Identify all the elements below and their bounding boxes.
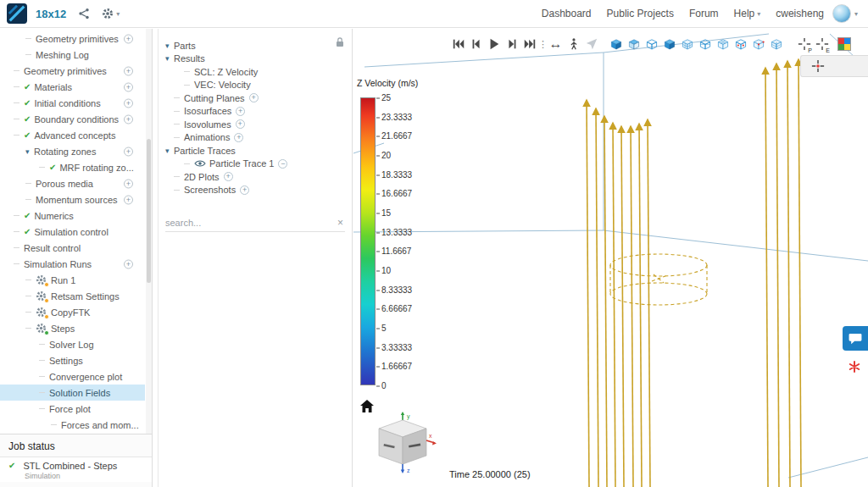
add-icon[interactable]: + bbox=[124, 34, 133, 43]
chevron-down-icon[interactable]: ▾ bbox=[165, 147, 174, 155]
post-tree-item-results[interactable]: ▾ Results bbox=[159, 53, 347, 66]
add-edge-probe-icon[interactable]: E bbox=[813, 36, 831, 53]
sim-tree-item-advanced-concepts[interactable]: ✔ Advanced concepts bbox=[0, 127, 145, 143]
sim-tree-item-solution-fields[interactable]: Solution Fields bbox=[0, 385, 145, 401]
nav-dashboard[interactable]: Dashboard bbox=[542, 8, 592, 19]
add-icon[interactable]: + bbox=[240, 185, 249, 195]
post-tree-item-2d-plots[interactable]: 2D Plots + bbox=[159, 170, 347, 184]
sim-tree-item-copyftk[interactable]: CopyFTK bbox=[0, 304, 145, 320]
sim-tree-item-run-1[interactable]: Run 1 bbox=[0, 272, 145, 288]
sim-tree-item-solver-log[interactable]: Solver Log bbox=[0, 336, 145, 352]
add-icon[interactable]: + bbox=[224, 172, 233, 181]
post-tree-item-animations[interactable]: Animations + bbox=[159, 131, 347, 145]
view-wireframe-cube-icon[interactable] bbox=[643, 36, 660, 53]
username[interactable]: cweisheng bbox=[776, 8, 824, 19]
sim-tree-item-momentum-sources[interactable]: Momentum sources + bbox=[0, 191, 145, 208]
post-tree-item-particle-traces[interactable]: ▾ Particle Traces bbox=[159, 144, 347, 158]
post-tree-item-screenshots[interactable]: Screenshots + bbox=[159, 184, 347, 197]
more-options-icon[interactable]: ⋮ bbox=[538, 39, 547, 50]
view-mesh-cube-icon[interactable] bbox=[678, 36, 696, 53]
add-icon[interactable]: + bbox=[236, 119, 245, 129]
add-icon[interactable]: + bbox=[124, 179, 133, 188]
clear-search-icon[interactable]: × bbox=[336, 217, 345, 229]
next-frame-button[interactable] bbox=[503, 36, 520, 53]
chevron-down-icon[interactable]: ▾ bbox=[165, 42, 174, 50]
chevron-down-icon[interactable]: ▾ bbox=[25, 147, 34, 156]
add-icon[interactable]: + bbox=[236, 107, 245, 116]
share-icon[interactable] bbox=[78, 8, 90, 19]
resize-tool-icon[interactable]: ↔ bbox=[547, 36, 565, 53]
add-icon[interactable]: + bbox=[234, 133, 243, 142]
add-icon[interactable]: + bbox=[124, 259, 133, 268]
post-tree-item-particle-trace-1[interactable]: Particle Trace 1 − bbox=[159, 158, 347, 171]
scrollbar[interactable] bbox=[146, 29, 152, 434]
app-logo-icon[interactable] bbox=[7, 3, 27, 24]
view-points-cube-icon[interactable] bbox=[732, 36, 749, 53]
sim-tree-item-steps[interactable]: Steps bbox=[0, 320, 145, 336]
view-solid-cube-icon[interactable] bbox=[607, 36, 625, 53]
sim-tree-item-meshing-log[interactable]: Meshing Log bbox=[0, 47, 145, 63]
post-tree-item-isovolumes[interactable]: Isovolumes + bbox=[159, 118, 347, 131]
add-icon[interactable]: + bbox=[124, 147, 133, 156]
sim-tree-item-settings[interactable]: Settings bbox=[0, 352, 145, 368]
post-tree-item-cutting-planes[interactable]: Cutting Planes + bbox=[159, 91, 347, 105]
scrollbar-thumb[interactable] bbox=[147, 139, 151, 283]
walkthrough-icon[interactable] bbox=[565, 36, 582, 53]
error-report-button[interactable] bbox=[845, 357, 864, 376]
settings-gear-icon[interactable]: ▾ bbox=[102, 8, 120, 19]
skip-to-start-button[interactable] bbox=[449, 36, 467, 53]
nav-help[interactable]: Help ▾ bbox=[734, 8, 761, 19]
add-icon[interactable]: + bbox=[124, 98, 133, 108]
job-status-card[interactable]: ✔ STL Combined - Steps Simulation bbox=[0, 457, 152, 482]
search-input[interactable] bbox=[165, 218, 336, 228]
3d-viewport[interactable]: ⋮ ↔ bbox=[353, 29, 868, 487]
add-icon[interactable]: + bbox=[124, 82, 133, 91]
orientation-cube[interactable]: y x z bbox=[369, 412, 437, 478]
add-icon[interactable]: + bbox=[124, 195, 133, 204]
post-tree-item-scl-z-velocity[interactable]: SCL: Z Velocity bbox=[159, 65, 347, 79]
add-icon[interactable]: + bbox=[124, 66, 133, 75]
probe-point-tool-icon[interactable] bbox=[809, 58, 826, 75]
flythrough-icon[interactable] bbox=[582, 36, 600, 53]
chat-support-button[interactable] bbox=[843, 326, 868, 351]
sim-tree-item-forces-and-moments[interactable]: Forces and mom... bbox=[0, 417, 145, 433]
home-view-icon[interactable] bbox=[360, 400, 374, 412]
view-lattice-cube-icon[interactable] bbox=[767, 36, 785, 53]
sim-tree-item-force-plot[interactable]: Force plot bbox=[0, 401, 145, 417]
nav-public-projects[interactable]: Public Projects bbox=[607, 8, 674, 19]
skip-to-end-button[interactable] bbox=[520, 36, 538, 53]
view-shaded-cube-icon[interactable] bbox=[660, 36, 678, 53]
view-nodes-cube-icon[interactable] bbox=[749, 36, 767, 53]
sim-tree-item-retsam-settings[interactable]: Retsam Settings bbox=[0, 288, 145, 304]
sim-tree-item-numerics[interactable]: ✔ Numerics bbox=[0, 208, 145, 224]
sim-tree-item-result-control[interactable]: Result control bbox=[0, 240, 145, 256]
post-tree-item-parts[interactable]: ▾ Parts bbox=[159, 39, 347, 53]
visibility-eye-icon[interactable] bbox=[194, 159, 206, 168]
sim-tree-item-simulation-control[interactable]: ✔ Simulation control bbox=[0, 224, 145, 240]
add-icon[interactable]: + bbox=[249, 93, 259, 102]
multi-color-render-icon[interactable] bbox=[837, 37, 851, 51]
sim-tree-item-materials[interactable]: ✔ Materials + bbox=[0, 79, 145, 95]
view-half-cube-icon[interactable] bbox=[625, 36, 643, 53]
nav-forum[interactable]: Forum bbox=[689, 8, 719, 19]
sim-tree-item-porous-media[interactable]: Porous media + bbox=[0, 175, 145, 191]
play-button[interactable] bbox=[485, 36, 503, 53]
sim-tree-item-mrf-rotating-zone[interactable]: ✔ MRF rotating zo... bbox=[0, 159, 145, 175]
add-icon[interactable]: + bbox=[124, 114, 133, 124]
sim-tree-item-geometry-primitives[interactable]: Geometry primitives + bbox=[0, 30, 145, 47]
sim-tree-item-simulation-runs[interactable]: Simulation Runs + bbox=[0, 256, 145, 272]
sim-tree-item-initial-conditions[interactable]: ✔ Initial conditions + bbox=[0, 95, 145, 111]
post-tree-item-vec-velocity[interactable]: VEC: Velocity bbox=[159, 79, 347, 92]
avatar[interactable] bbox=[832, 4, 851, 23]
post-tree-item-isosurfaces[interactable]: Isosurfaces + bbox=[159, 105, 347, 119]
remove-icon[interactable]: − bbox=[278, 159, 287, 169]
previous-frame-button[interactable] bbox=[467, 36, 485, 53]
sim-tree-item-boundary-conditions[interactable]: ✔ Boundary conditions + bbox=[0, 111, 145, 127]
view-grid-cube-icon[interactable] bbox=[714, 36, 732, 53]
sim-tree-item-rotating-zones[interactable]: ▾ Rotating zones + bbox=[0, 143, 145, 159]
chevron-down-icon[interactable]: ▾ bbox=[165, 54, 174, 63]
view-section-cube-icon[interactable] bbox=[696, 36, 714, 53]
add-point-probe-icon[interactable]: P bbox=[795, 36, 813, 53]
caret-down-icon[interactable]: ▾ bbox=[854, 10, 858, 18]
sim-tree-item-convergence-plot[interactable]: Convergence plot bbox=[0, 368, 145, 385]
